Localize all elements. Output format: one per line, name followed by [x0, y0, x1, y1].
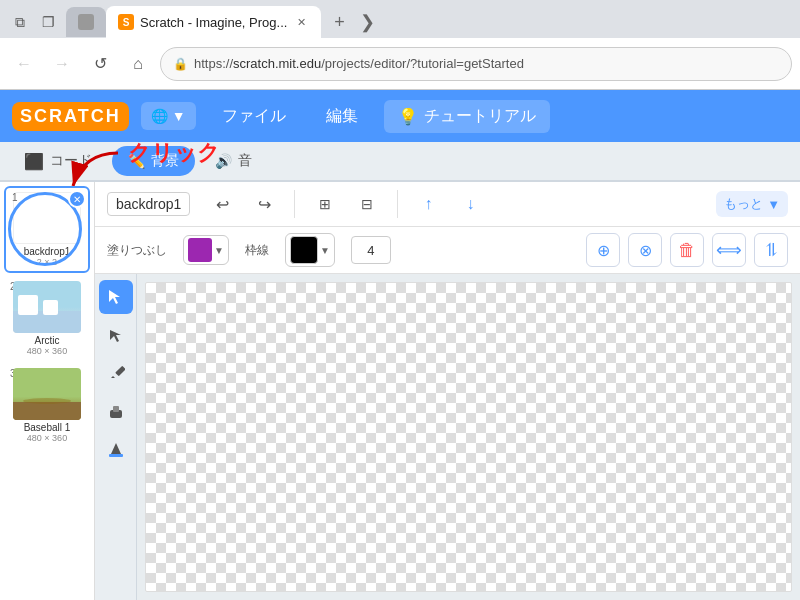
pencil-icon [107, 364, 125, 382]
backdrop-name-1: backdrop1 [10, 246, 84, 257]
url-prefix: https:// [194, 56, 233, 71]
redo-btn[interactable]: ↪ [248, 188, 280, 220]
canvas-area [137, 274, 800, 600]
delete-badge[interactable]: ✕ [68, 190, 86, 208]
more-arrow-icon: ▼ [767, 197, 780, 212]
backdrop-thumb-3 [13, 368, 81, 420]
scratch-tab-icon: S [118, 14, 134, 30]
click-annotation: クリック [118, 138, 220, 168]
more-btn[interactable]: もっと ▼ [716, 191, 788, 217]
paint-tools [95, 274, 137, 600]
forward-btn[interactable]: → [46, 48, 78, 80]
select-tool-btn[interactable] [99, 280, 133, 314]
editor-body: 1 ✕ backdrop1 2 × 2 2 Arctic 480 [0, 182, 800, 600]
eraser-icon [107, 402, 125, 420]
back-btn[interactable]: ← [8, 48, 40, 80]
flip-h-btn[interactable]: ⟺ [712, 233, 746, 267]
backdrop-item-2[interactable]: 2 Arctic 480 × 360 [4, 277, 90, 360]
tab-close-btn[interactable]: ✕ [293, 14, 309, 30]
fill-icon [107, 440, 125, 458]
stroke-color-dropdown[interactable]: ▼ [285, 233, 335, 267]
window-tile-btn[interactable]: ⧉ [8, 10, 32, 34]
browser-tabs: ⧉ ❐ S Scratch - Imagine, Prog... ✕ + ❯ [0, 0, 800, 38]
undo-btn[interactable]: ↩ [206, 188, 238, 220]
backdrop-thumb-2 [13, 281, 81, 333]
move-down-btn[interactable]: ↓ [454, 188, 486, 220]
code-icon: ⬛ [24, 152, 44, 171]
paint-body [95, 274, 800, 600]
backdrop-item-1[interactable]: 1 ✕ backdrop1 2 × 2 [4, 186, 90, 273]
backdrop-size-2: 480 × 360 [8, 346, 86, 356]
click-label: クリック [128, 138, 220, 168]
flip-v-btn[interactable]: ⥮ [754, 233, 788, 267]
backdrop-size-3: 480 × 360 [8, 433, 86, 443]
scratch-tab-label: Scratch - Imagine, Prog... [140, 15, 287, 30]
stroke-color-swatch [290, 236, 318, 264]
fill-color-dropdown[interactable]: ▼ [183, 235, 229, 265]
smooth-btn[interactable]: ⊗ [628, 233, 662, 267]
browser-toolbar: ← → ↺ ⌂ 🔒 https://scratch.mit.edu/projec… [0, 38, 800, 90]
tab-menu-btn[interactable]: ❯ [353, 8, 381, 36]
toolbar-divider-1 [294, 190, 295, 218]
ungroup-btn[interactable]: ⊟ [351, 188, 383, 220]
new-tab-icon [78, 14, 94, 30]
delete-btn[interactable]: 🗑 [670, 233, 704, 267]
file-menu-btn[interactable]: ファイル [208, 100, 300, 133]
svg-rect-6 [113, 406, 119, 412]
window-restore-btn[interactable]: ❐ [36, 10, 60, 34]
tab-new-tab[interactable] [66, 7, 106, 37]
fill-tool-btn[interactable] [99, 432, 133, 466]
svg-marker-2 [110, 330, 121, 342]
language-btn[interactable]: 🌐 ▼ [141, 102, 196, 130]
eraser-tool-btn[interactable] [99, 394, 133, 428]
reshape-icon [107, 326, 125, 344]
svg-rect-3 [115, 366, 125, 377]
backdrop-name-2: Arctic [8, 335, 86, 346]
editor-container: ⬛ コード ✏️ 背景 🔊 音 クリック [0, 142, 800, 600]
group-btn[interactable]: ⊞ [309, 188, 341, 220]
paint-toolbar-top: backdrop1 ↩ ↪ ⊞ ⊟ ↑ ↓ もっと ▼ [95, 182, 800, 227]
new-tab-btn[interactable]: + [325, 8, 353, 36]
reshape-tool-btn[interactable] [99, 318, 133, 352]
backdrop-name-3: Baseball 1 [8, 422, 86, 433]
add-point-btn[interactable]: ⊕ [586, 233, 620, 267]
toolbar-divider-2 [397, 190, 398, 218]
pencil-tool-btn[interactable] [99, 356, 133, 390]
scratch-header: SCRATCH 🌐 ▼ ファイル 編集 💡 チュートリアル [0, 90, 800, 142]
stroke-label: 枠線 [245, 242, 269, 259]
cursor-icon [107, 288, 125, 306]
lightbulb-icon: 💡 [398, 107, 418, 126]
backdrop-size-1: 2 × 2 [10, 257, 84, 267]
tab-scratch[interactable]: S Scratch - Imagine, Prog... ✕ [106, 6, 321, 38]
move-up-btn[interactable]: ↑ [412, 188, 444, 220]
svg-marker-1 [109, 290, 120, 304]
backdrop-item-3[interactable]: 3 Baseball 1 480 × 360 [4, 364, 90, 447]
tutorial-btn[interactable]: 💡 チュートリアル [384, 100, 550, 133]
globe-icon: 🌐 [151, 108, 168, 124]
stroke-dropdown-arrow: ▼ [320, 245, 330, 256]
canvas-inner[interactable] [145, 282, 792, 592]
backdrop-num-1: 1 [12, 192, 18, 203]
stroke-size-field[interactable]: 4 [351, 236, 391, 264]
svg-rect-7 [109, 454, 123, 457]
edit-menu-btn[interactable]: 編集 [312, 100, 372, 133]
fill-color-swatch [188, 238, 212, 262]
fill-label: 塗りつぶし [107, 242, 167, 259]
home-btn[interactable]: ⌂ [122, 48, 154, 80]
lang-arrow: ▼ [172, 108, 186, 124]
fill-dropdown-arrow: ▼ [214, 245, 224, 256]
browser-chrome: ⧉ ❐ S Scratch - Imagine, Prog... ✕ + ❯ ←… [0, 0, 800, 90]
editor-tabs: ⬛ コード ✏️ 背景 🔊 音 クリック [0, 142, 800, 182]
backdrop-list: 1 ✕ backdrop1 2 × 2 2 Arctic 480 [0, 182, 95, 600]
address-bar[interactable]: 🔒 https://scratch.mit.edu/projects/edito… [160, 47, 792, 81]
paint-editor: backdrop1 ↩ ↪ ⊞ ⊟ ↑ ↓ もっと ▼ 塗りつぶし [95, 182, 800, 600]
lock-icon: 🔒 [173, 57, 188, 71]
fill-stroke-row: 塗りつぶし ▼ 枠線 ▼ 4 ⊕ ⊗ 🗑 ⟺ ⥮ [95, 227, 800, 274]
fill-stroke-actions: ⊕ ⊗ 🗑 ⟺ ⥮ [586, 233, 788, 267]
scratch-logo: SCRATCH [12, 102, 129, 131]
url-path: /projects/editor/?tutorial=getStarted [321, 56, 524, 71]
url-domain: scratch.mit.edu [233, 56, 321, 71]
svg-marker-4 [111, 376, 115, 378]
reload-btn[interactable]: ↺ [84, 48, 116, 80]
